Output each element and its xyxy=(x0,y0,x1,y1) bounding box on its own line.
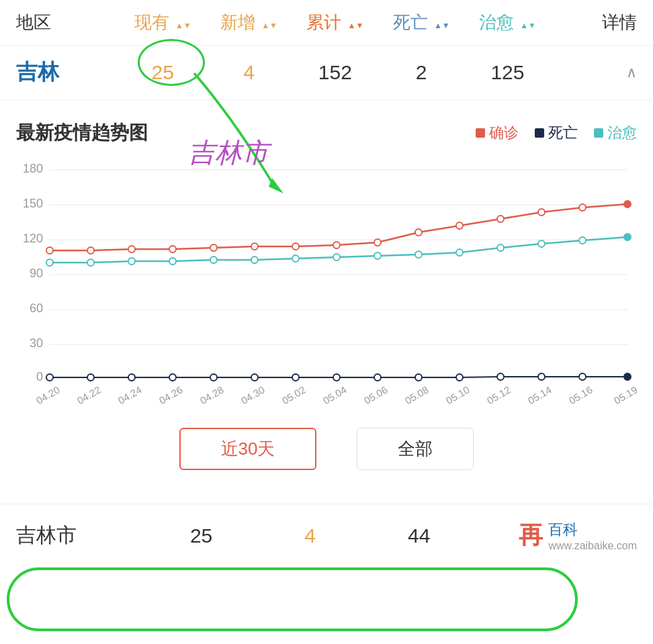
svg-point-46 xyxy=(128,258,135,265)
svg-text:04.24: 04.24 xyxy=(116,383,144,406)
header-region: 地区 xyxy=(16,11,120,34)
zhiyu-sort-icon[interactable]: ▲▼ xyxy=(520,21,536,30)
svg-text:05.19: 05.19 xyxy=(612,383,637,406)
svg-point-65 xyxy=(292,374,299,381)
jilin-xianyou: 25 xyxy=(120,61,206,84)
jilin-detail-arrow[interactable]: ∧ xyxy=(551,64,637,81)
svg-text:180: 180 xyxy=(23,162,43,175)
oval-annotation xyxy=(7,567,578,631)
svg-point-52 xyxy=(374,252,381,259)
svg-point-69 xyxy=(456,374,463,381)
jilin-data-row[interactable]: 吉林 25 4 152 2 125 ∧ xyxy=(0,46,653,100)
svg-text:05.16: 05.16 xyxy=(567,383,595,406)
siwang-sort-icon[interactable]: ▲▼ xyxy=(434,21,450,30)
svg-point-29 xyxy=(46,247,53,254)
svg-point-56 xyxy=(538,240,545,247)
svg-point-59 xyxy=(46,374,53,381)
svg-text:05.14: 05.14 xyxy=(526,383,554,406)
header-detail: 详情 xyxy=(551,11,637,34)
svg-point-50 xyxy=(292,255,299,262)
svg-text:04.28: 04.28 xyxy=(198,383,226,406)
svg-text:05.12: 05.12 xyxy=(485,383,513,406)
svg-point-49 xyxy=(251,257,258,263)
svg-point-64 xyxy=(251,374,258,381)
bottom-row: 吉林市 25 4 44 再 百科 www.zaibaike.com xyxy=(0,504,653,567)
svg-point-58 xyxy=(624,234,631,240)
svg-text:05.10: 05.10 xyxy=(444,383,472,406)
svg-point-30 xyxy=(87,247,94,254)
header-row: 地区 现有 ▲▼ 新增 ▲▼ 累计 ▲▼ 死亡 ▲▼ 治愈 ▲▼ 详情 xyxy=(0,0,653,46)
svg-point-32 xyxy=(169,246,176,252)
svg-point-70 xyxy=(497,373,504,380)
svg-text:0: 0 xyxy=(36,370,43,383)
svg-point-72 xyxy=(579,373,586,380)
header-xianyou: 现有 ▲▼ xyxy=(120,11,206,34)
jilin-leiji: 152 xyxy=(292,61,378,84)
svg-point-41 xyxy=(538,209,545,216)
header-leiji: 累计 ▲▼ xyxy=(292,11,378,34)
chart-section: 最新疫情趋势图 确诊 死亡 治愈 xyxy=(0,107,653,497)
logo-area: 再 百科 www.zaibaike.com xyxy=(474,519,637,552)
svg-point-38 xyxy=(415,229,422,236)
header-xinzeng: 新增 ▲▼ xyxy=(206,11,292,34)
jilin-xinzeng: 4 xyxy=(206,61,292,84)
svg-point-42 xyxy=(579,204,586,211)
zhiyu-dot xyxy=(594,128,603,138)
svg-text:30: 30 xyxy=(30,336,43,350)
svg-point-51 xyxy=(333,254,340,261)
main-container: 地区 现有 ▲▼ 新增 ▲▼ 累计 ▲▼ 死亡 ▲▼ 治愈 ▲▼ 详情 吉林 2… xyxy=(0,0,653,644)
svg-text:04.22: 04.22 xyxy=(75,383,103,406)
logo-url: www.zaibaike.com xyxy=(548,540,637,552)
svg-point-57 xyxy=(579,237,586,244)
recent-30-button[interactable]: 近30天 xyxy=(179,428,317,470)
svg-point-39 xyxy=(456,222,463,229)
svg-text:150: 150 xyxy=(23,197,43,210)
svg-text:60: 60 xyxy=(30,302,43,315)
svg-point-73 xyxy=(624,373,631,380)
xinzeng-sort-icon[interactable]: ▲▼ xyxy=(261,21,277,30)
logo-baike: 百科 xyxy=(548,520,578,540)
confirmed-label: 确诊 xyxy=(489,123,519,143)
svg-point-35 xyxy=(292,243,299,250)
svg-point-68 xyxy=(415,374,422,381)
svg-point-34 xyxy=(251,243,258,250)
svg-point-60 xyxy=(87,374,94,381)
svg-text:04.26: 04.26 xyxy=(157,383,185,406)
svg-point-71 xyxy=(538,373,545,380)
svg-text:04.20: 04.20 xyxy=(34,383,62,406)
svg-point-66 xyxy=(333,374,340,381)
svg-point-67 xyxy=(374,374,381,381)
svg-point-37 xyxy=(374,239,381,246)
header-siwang: 死亡 ▲▼ xyxy=(378,11,464,34)
zhiyu-label: 治愈 xyxy=(607,123,637,143)
header-zhiyu: 治愈 ▲▼ xyxy=(464,11,550,34)
all-button[interactable]: 全部 xyxy=(357,428,474,470)
legend-confirmed: 确诊 xyxy=(476,123,519,143)
svg-point-33 xyxy=(210,244,217,251)
chart-wrapper: 180 150 120 90 60 30 0 04.20 04.22 04.24… xyxy=(16,156,637,414)
legend-death: 死亡 xyxy=(535,123,578,143)
chart-legend: 确诊 死亡 治愈 xyxy=(476,123,637,143)
bottom-xinzeng: 4 xyxy=(256,524,365,547)
svg-text:05.06: 05.06 xyxy=(362,383,390,406)
svg-point-61 xyxy=(128,374,135,381)
confirmed-dot xyxy=(476,128,485,138)
bottom-region: 吉林市 xyxy=(16,522,147,549)
legend-zhiyu: 治愈 xyxy=(594,123,637,143)
svg-point-36 xyxy=(333,242,340,248)
svg-point-53 xyxy=(415,251,422,258)
svg-point-63 xyxy=(210,374,217,381)
death-dot xyxy=(535,128,544,138)
svg-text:05.02: 05.02 xyxy=(280,383,308,406)
svg-point-40 xyxy=(497,216,504,222)
xianyou-sort-icon[interactable]: ▲▼ xyxy=(175,21,191,30)
svg-point-55 xyxy=(497,244,504,251)
time-buttons: 近30天 全部 xyxy=(16,414,637,490)
svg-point-62 xyxy=(169,374,176,381)
svg-text:05.08: 05.08 xyxy=(403,383,431,406)
bottom-xianyou: 25 xyxy=(147,524,256,547)
leiji-sort-icon[interactable]: ▲▼ xyxy=(348,21,364,30)
svg-text:04.30: 04.30 xyxy=(239,383,267,406)
death-label: 死亡 xyxy=(548,123,578,143)
svg-point-31 xyxy=(128,246,135,252)
